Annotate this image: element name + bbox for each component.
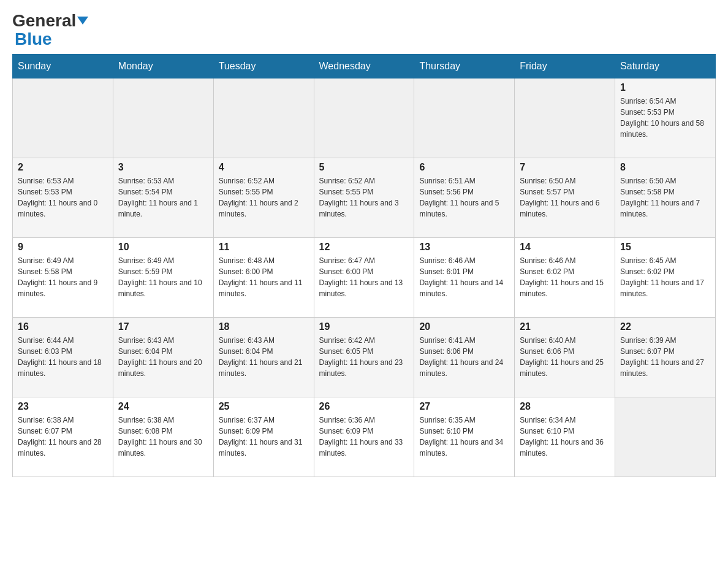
calendar-cell: 5Sunrise: 6:52 AMSunset: 5:55 PMDaylight… [314,158,414,238]
calendar-cell [515,79,615,158]
day-number: 11 [219,242,309,253]
calendar-cell: 25Sunrise: 6:37 AMSunset: 6:09 PMDayligh… [213,397,314,477]
calendar-cell [113,79,213,158]
day-number: 20 [419,321,509,332]
day-info: Sunrise: 6:52 AMSunset: 5:55 PMDaylight:… [219,175,309,220]
calendar-week-3: 9Sunrise: 6:49 AMSunset: 5:58 PMDaylight… [13,238,716,318]
calendar-cell [414,79,515,158]
calendar-cell: 24Sunrise: 6:38 AMSunset: 6:08 PMDayligh… [113,397,213,477]
calendar-cell: 18Sunrise: 6:43 AMSunset: 6:04 PMDayligh… [213,318,314,397]
day-info: Sunrise: 6:48 AMSunset: 6:00 PMDaylight:… [219,255,309,299]
day-number: 1 [620,82,710,93]
day-info: Sunrise: 6:38 AMSunset: 6:07 PMDaylight:… [18,415,108,459]
day-number: 21 [520,321,610,332]
calendar-cell: 6Sunrise: 6:51 AMSunset: 5:56 PMDaylight… [414,158,515,238]
day-info: Sunrise: 6:47 AMSunset: 6:00 PMDaylight:… [319,255,409,299]
day-number: 10 [118,242,208,253]
calendar-week-5: 23Sunrise: 6:38 AMSunset: 6:07 PMDayligh… [13,397,716,477]
day-number: 24 [118,401,208,412]
calendar-week-2: 2Sunrise: 6:53 AMSunset: 5:53 PMDaylight… [13,158,716,238]
day-number: 7 [520,162,610,173]
day-number: 26 [319,401,409,412]
calendar-cell: 20Sunrise: 6:41 AMSunset: 6:06 PMDayligh… [414,318,515,397]
day-number: 28 [520,401,610,412]
day-info: Sunrise: 6:43 AMSunset: 6:04 PMDaylight:… [118,335,208,379]
day-info: Sunrise: 6:49 AMSunset: 5:59 PMDaylight:… [118,255,208,299]
weekday-header-wednesday: Wednesday [314,55,414,79]
calendar-cell: 7Sunrise: 6:50 AMSunset: 5:57 PMDaylight… [515,158,615,238]
day-number: 4 [219,162,309,173]
day-info: Sunrise: 6:36 AMSunset: 6:09 PMDaylight:… [319,415,409,459]
calendar-table: SundayMondayTuesdayWednesdayThursdayFrid… [12,54,716,477]
day-info: Sunrise: 6:46 AMSunset: 6:02 PMDaylight:… [520,255,610,299]
day-number: 6 [419,162,509,173]
calendar-cell: 2Sunrise: 6:53 AMSunset: 5:53 PMDaylight… [13,158,113,238]
calendar-cell: 4Sunrise: 6:52 AMSunset: 5:55 PMDaylight… [213,158,314,238]
day-number: 13 [419,242,509,253]
day-number: 23 [18,401,108,412]
day-number: 5 [319,162,409,173]
weekday-header-sunday: Sunday [13,55,113,79]
day-number: 3 [118,162,208,173]
calendar-cell: 10Sunrise: 6:49 AMSunset: 5:59 PMDayligh… [113,238,213,318]
calendar-cell [13,79,113,158]
calendar-cell: 13Sunrise: 6:46 AMSunset: 6:01 PMDayligh… [414,238,515,318]
day-info: Sunrise: 6:38 AMSunset: 6:08 PMDaylight:… [118,415,208,459]
calendar-cell: 14Sunrise: 6:46 AMSunset: 6:02 PMDayligh… [515,238,615,318]
logo: General Blue [12,12,88,48]
calendar-cell: 27Sunrise: 6:35 AMSunset: 6:10 PMDayligh… [414,397,515,477]
calendar-cell: 8Sunrise: 6:50 AMSunset: 5:58 PMDaylight… [615,158,716,238]
day-number: 12 [319,242,409,253]
calendar-header: SundayMondayTuesdayWednesdayThursdayFrid… [13,55,716,79]
day-info: Sunrise: 6:50 AMSunset: 5:58 PMDaylight:… [620,175,710,220]
calendar-cell [615,397,716,477]
calendar-body: 1Sunrise: 6:54 AMSunset: 5:53 PMDaylight… [13,79,716,477]
weekday-header-row: SundayMondayTuesdayWednesdayThursdayFrid… [13,55,716,79]
logo-blue-text: Blue [12,31,52,48]
day-info: Sunrise: 6:53 AMSunset: 5:54 PMDaylight:… [118,175,208,220]
day-number: 18 [219,321,309,332]
day-info: Sunrise: 6:49 AMSunset: 5:58 PMDaylight:… [18,255,108,299]
calendar-cell: 21Sunrise: 6:40 AMSunset: 6:06 PMDayligh… [515,318,615,397]
calendar-cell: 26Sunrise: 6:36 AMSunset: 6:09 PMDayligh… [314,397,414,477]
weekday-header-thursday: Thursday [414,55,515,79]
day-info: Sunrise: 6:40 AMSunset: 6:06 PMDaylight:… [520,335,610,379]
logo-general: General [12,12,88,29]
day-info: Sunrise: 6:37 AMSunset: 6:09 PMDaylight:… [219,415,309,459]
day-info: Sunrise: 6:41 AMSunset: 6:06 PMDaylight:… [419,335,509,379]
weekday-header-monday: Monday [113,55,213,79]
day-info: Sunrise: 6:52 AMSunset: 5:55 PMDaylight:… [319,175,409,220]
day-number: 14 [520,242,610,253]
weekday-header-tuesday: Tuesday [213,55,314,79]
calendar-cell: 19Sunrise: 6:42 AMSunset: 6:05 PMDayligh… [314,318,414,397]
calendar-cell: 11Sunrise: 6:48 AMSunset: 6:00 PMDayligh… [213,238,314,318]
calendar-cell [213,79,314,158]
calendar-cell: 22Sunrise: 6:39 AMSunset: 6:07 PMDayligh… [615,318,716,397]
day-info: Sunrise: 6:35 AMSunset: 6:10 PMDaylight:… [419,415,509,459]
calendar-cell [314,79,414,158]
day-number: 17 [118,321,208,332]
day-info: Sunrise: 6:46 AMSunset: 6:01 PMDaylight:… [419,255,509,299]
day-info: Sunrise: 6:39 AMSunset: 6:07 PMDaylight:… [620,335,710,379]
calendar-cell: 15Sunrise: 6:45 AMSunset: 6:02 PMDayligh… [615,238,716,318]
day-number: 22 [620,321,710,332]
calendar-cell: 3Sunrise: 6:53 AMSunset: 5:54 PMDaylight… [113,158,213,238]
day-info: Sunrise: 6:51 AMSunset: 5:56 PMDaylight:… [419,175,509,220]
day-number: 2 [18,162,108,173]
day-info: Sunrise: 6:54 AMSunset: 5:53 PMDaylight:… [620,96,710,140]
weekday-header-friday: Friday [515,55,615,79]
calendar-cell: 17Sunrise: 6:43 AMSunset: 6:04 PMDayligh… [113,318,213,397]
day-number: 16 [18,321,108,332]
day-info: Sunrise: 6:43 AMSunset: 6:04 PMDaylight:… [219,335,309,379]
calendar-cell: 23Sunrise: 6:38 AMSunset: 6:07 PMDayligh… [13,397,113,477]
calendar-cell: 16Sunrise: 6:44 AMSunset: 6:03 PMDayligh… [13,318,113,397]
calendar-cell: 1Sunrise: 6:54 AMSunset: 5:53 PMDaylight… [615,79,716,158]
page-header: General Blue [12,12,716,48]
day-info: Sunrise: 6:53 AMSunset: 5:53 PMDaylight:… [18,175,108,220]
day-info: Sunrise: 6:50 AMSunset: 5:57 PMDaylight:… [520,175,610,220]
day-info: Sunrise: 6:45 AMSunset: 6:02 PMDaylight:… [620,255,710,299]
day-number: 9 [18,242,108,253]
calendar-cell: 28Sunrise: 6:34 AMSunset: 6:10 PMDayligh… [515,397,615,477]
calendar-cell: 9Sunrise: 6:49 AMSunset: 5:58 PMDaylight… [13,238,113,318]
day-number: 15 [620,242,710,253]
